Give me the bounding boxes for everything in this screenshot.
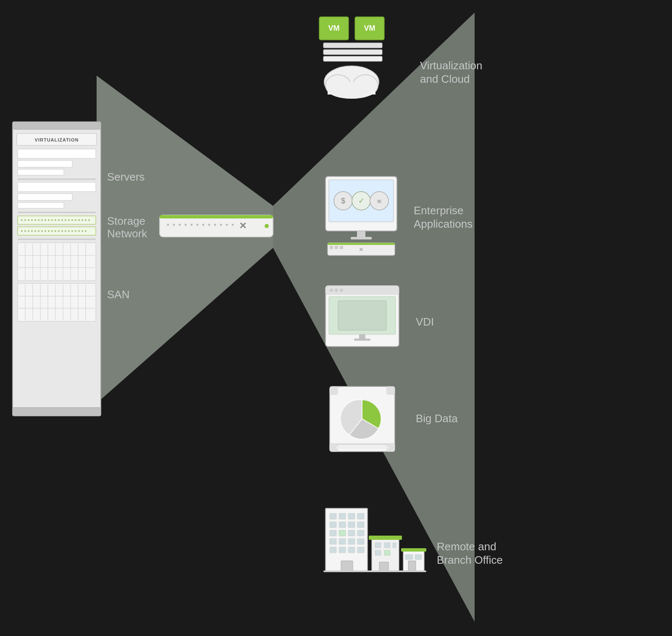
svg-point-22: [41, 219, 43, 221]
svg-rect-59: [18, 243, 96, 281]
svg-rect-154: [330, 530, 336, 536]
svg-rect-169: [375, 543, 381, 548]
svg-point-53: [71, 230, 73, 232]
svg-point-55: [78, 230, 80, 232]
svg-rect-135: [359, 334, 365, 339]
svg-text:VIRTUALIZATION: VIRTUALIZATION: [35, 137, 79, 142]
svg-point-29: [65, 219, 66, 221]
svg-point-94: [214, 224, 216, 226]
svg-point-38: [21, 230, 23, 232]
svg-rect-172: [375, 550, 381, 555]
svg-point-36: [88, 219, 90, 221]
svg-rect-163: [339, 547, 346, 553]
svg-point-49: [58, 230, 60, 232]
svg-text:✕: ✕: [359, 246, 364, 253]
san-label: SAN: [107, 288, 129, 301]
svg-text:VM: VM: [364, 24, 375, 32]
svg-point-26: [55, 219, 56, 221]
svg-point-91: [197, 224, 199, 226]
diagram-container: VIRTUALIZATION: [0, 0, 672, 636]
svg-point-90: [191, 224, 193, 226]
svg-text:VM: VM: [328, 24, 340, 32]
svg-point-30: [68, 219, 70, 221]
svg-rect-121: [351, 237, 372, 239]
svg-rect-151: [339, 522, 346, 528]
svg-point-99: [265, 224, 269, 228]
svg-rect-105: [323, 50, 382, 55]
svg-rect-143: [336, 443, 388, 445]
svg-rect-85: [160, 215, 273, 218]
virtualization-cloud-label2: and Cloud: [420, 73, 470, 85]
svg-rect-7: [18, 149, 96, 158]
svg-rect-123: [328, 243, 395, 245]
svg-rect-160: [348, 539, 355, 544]
svg-rect-170: [384, 543, 390, 548]
svg-point-18: [28, 219, 29, 221]
svg-point-88: [179, 224, 181, 226]
svg-rect-158: [330, 539, 336, 544]
svg-point-21: [38, 219, 39, 221]
svg-rect-150: [330, 522, 336, 528]
svg-point-50: [61, 230, 63, 232]
svg-point-28: [61, 219, 63, 221]
svg-rect-14: [18, 212, 96, 213]
svg-rect-171: [393, 543, 396, 548]
vdi-label: VDI: [416, 315, 434, 328]
svg-rect-162: [330, 547, 336, 553]
virtualization-cloud-label: Virtualization: [420, 59, 482, 72]
svg-point-54: [75, 230, 76, 232]
svg-point-86: [167, 224, 169, 226]
storage-network-label: Storage: [107, 215, 145, 227]
svg-point-43: [38, 230, 39, 232]
svg-text:✕: ✕: [239, 221, 247, 231]
svg-rect-144: [336, 447, 388, 449]
svg-rect-125: [330, 246, 333, 249]
svg-point-89: [185, 224, 187, 226]
enterprise-apps-label2: Applications: [414, 218, 472, 230]
svg-point-45: [45, 230, 46, 232]
enterprise-apps-label: Enterprise: [414, 204, 464, 217]
svg-rect-127: [340, 246, 343, 249]
svg-point-41: [31, 230, 33, 232]
svg-point-96: [226, 224, 228, 226]
vdi-group: [326, 286, 399, 347]
servers-label: Servers: [107, 171, 145, 183]
remote-branch-label: Remote and: [437, 540, 496, 553]
svg-rect-164: [348, 547, 355, 553]
svg-point-25: [51, 219, 53, 221]
svg-point-40: [28, 230, 29, 232]
svg-point-23: [45, 219, 46, 221]
svg-rect-83: [13, 407, 101, 416]
svg-rect-11: [18, 182, 96, 192]
svg-rect-155: [339, 530, 346, 536]
svg-rect-173: [384, 550, 390, 555]
svg-point-130: [330, 289, 333, 292]
svg-text:✓: ✓: [358, 197, 365, 205]
svg-text:$: $: [341, 197, 345, 205]
svg-rect-180: [323, 570, 426, 572]
svg-rect-58: [18, 239, 96, 240]
svg-point-48: [55, 230, 56, 232]
svg-rect-10: [18, 179, 96, 180]
enterprise-apps-group: $ ✓ ≋ ✕: [326, 176, 397, 255]
svg-point-32: [75, 219, 76, 221]
svg-rect-149: [357, 513, 364, 519]
svg-point-19: [31, 219, 33, 221]
svg-point-27: [58, 219, 60, 221]
svg-rect-71: [18, 284, 96, 321]
svg-point-24: [48, 219, 50, 221]
svg-rect-147: [339, 513, 346, 519]
svg-point-93: [208, 224, 210, 226]
svg-rect-178: [415, 555, 422, 560]
svg-rect-126: [335, 246, 338, 249]
svg-rect-13: [18, 202, 64, 208]
svg-rect-9: [18, 169, 64, 175]
svg-rect-120: [357, 231, 365, 237]
svg-rect-134: [338, 301, 386, 330]
svg-rect-148: [348, 513, 355, 519]
svg-rect-104: [323, 43, 382, 48]
svg-point-56: [81, 230, 83, 232]
svg-rect-168: [369, 536, 402, 540]
svg-point-95: [220, 224, 222, 226]
svg-rect-8: [18, 160, 72, 167]
